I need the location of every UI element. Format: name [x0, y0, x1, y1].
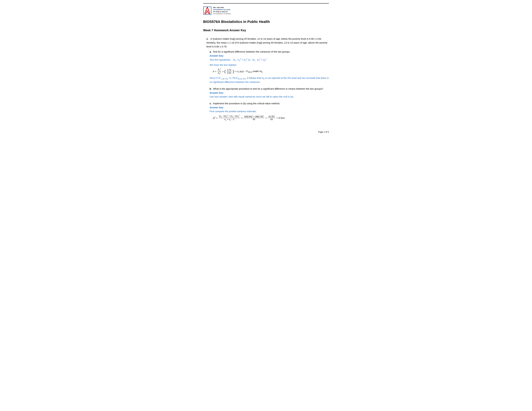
- logo-area: MEL AND ENID ZUCKERMAN COLLEGE OF PUBLIC…: [203, 6, 231, 15]
- fraction-pooled: (n1 −1)s12 + (n2 −1)s22 n1 + n2 − 2: [218, 115, 240, 121]
- final-result: = 0.514: [276, 117, 285, 119]
- sub-question-b: b. What is the appropriate procedure to …: [209, 87, 329, 99]
- open-paren: (: [224, 69, 226, 73]
- squared-exp: 2: [235, 70, 236, 72]
- page-title: BIOS576A Biostatistics in Public Health: [203, 20, 329, 24]
- s2-formula: S2 = (n1 −1)s12 + (n2 −1)s22 n1 + n2 − 2…: [213, 115, 329, 121]
- week-title: Week 7 Homework Answer Key: [203, 29, 329, 32]
- equals1: =: [241, 117, 243, 119]
- conclusion-a: Since F<F∞,30,.975 =1.79<F39,24,.975, it…: [209, 76, 329, 84]
- sub-question-c: c. Implement the procedure in (b) using …: [209, 102, 329, 121]
- close-paren: ): [233, 69, 234, 73]
- institution-name: MEL AND ENID ZUCKERMAN COLLEGE OF PUBLIC…: [213, 7, 231, 15]
- top-border: [203, 3, 329, 4]
- question-1-text: 1. In [calcium intake (mg)] among 25 fem…: [206, 37, 329, 48]
- s2-var: S2 =: [213, 116, 218, 120]
- part-a-label: a. Test for a significant difference bet…: [209, 50, 329, 54]
- fraction-numbers: 24(0.64)2 + 39(0.76)2 63: [244, 115, 264, 121]
- question-number: 1.: [206, 37, 209, 40]
- test-stat-intro: We have the test statistic: [209, 63, 329, 67]
- answer-b-text: Use two-sample t test with equal varianc…: [209, 95, 329, 99]
- fraction-values: 0.76 0.64: [227, 69, 232, 74]
- svg-marker-0: [205, 7, 210, 14]
- part-c-label: c. Implement the procedure in (b) using …: [209, 102, 329, 105]
- equals-sign: =: [222, 70, 224, 73]
- answer-key-label-a: Answer key:: [209, 54, 329, 57]
- equals-result: =1.410 ~: [236, 70, 246, 73]
- hypothesis-text: Test the hypothesis: H0 : σ12 = σ22 vs. …: [209, 58, 329, 62]
- fraction-s2-s1: S22 S12: [217, 68, 221, 75]
- answer-c-intro: First compute the pooled variance estima…: [209, 109, 329, 113]
- ua-logo: [203, 6, 211, 15]
- sub-question-a: a. Test for a significant difference bet…: [209, 50, 329, 84]
- fraction-result: 32.357 63: [268, 115, 275, 121]
- header: MEL AND ENID ZUCKERMAN COLLEGE OF PUBLIC…: [203, 6, 329, 15]
- question-list: 1. In [calcium intake (mg)] among 25 fem…: [203, 37, 329, 121]
- page-footer: Page 1 of 5: [203, 131, 329, 133]
- f-statistic-formula: F = S22 S12 = ( 0.76 0.64 ) 2 =1.410 ~ F…: [213, 68, 329, 75]
- sub-question-list: a. Test for a significant difference bet…: [209, 50, 329, 121]
- question-1: 1. In [calcium intake (mg)] among 25 fem…: [203, 37, 329, 121]
- part-b-label: b. What is the appropriate procedure to …: [209, 87, 329, 91]
- f-var: F =: [213, 70, 216, 73]
- page-number: Page 1 of 5: [318, 131, 329, 133]
- answer-key-label-c: Answer key:: [209, 106, 329, 109]
- answer-key-label-b: Answer key:: [209, 91, 329, 94]
- equals2: =: [265, 117, 267, 119]
- f-dist: F39,24 under H0.: [246, 70, 263, 73]
